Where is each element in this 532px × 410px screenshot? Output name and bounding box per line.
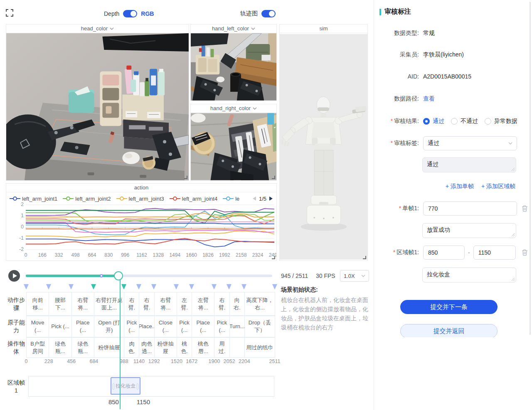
table-cell: Pick (... — [177, 316, 192, 337]
frame-scale-label: 2511 — [266, 358, 284, 364]
right-panel-scrollbar[interactable] — [530, 2, 531, 335]
table-cell: 桃色. — [177, 337, 192, 358]
timeline-slider[interactable] — [26, 275, 272, 277]
x-axis-tick: 2324 — [249, 252, 267, 258]
radio-abnormal[interactable] — [485, 118, 491, 125]
region-segment[interactable]: 拉化妆盒 — [111, 377, 140, 395]
radio-pass-label[interactable]: 通过 — [433, 118, 444, 125]
collector-label: 采集员: — [374, 51, 419, 59]
frame-marker[interactable] — [46, 284, 51, 290]
steps-row-label: 原子能力 — [7, 319, 25, 334]
frame-marker[interactable] — [136, 284, 141, 290]
head-camera-title[interactable]: head_color — [6, 25, 189, 33]
single-frame-input[interactable]: 770 — [423, 201, 517, 216]
frame-marker[interactable] — [91, 284, 96, 290]
single-frame-dot[interactable] — [100, 274, 103, 277]
review-result-row: *审核结果: 通过 不通过 异常数据 — [374, 118, 532, 125]
resize-corner-icon[interactable] — [363, 256, 366, 259]
trajectory-toggle[interactable] — [261, 10, 276, 17]
region-segment-right-handle[interactable] — [137, 383, 138, 390]
resize-corner-icon[interactable] — [184, 176, 187, 179]
table-cell: 绿色瓶... — [49, 337, 71, 358]
scene-initial-state-title: 场景初始状态: — [281, 286, 371, 294]
resize-corner-icon[interactable] — [272, 176, 275, 179]
playback-speed-select[interactable]: 1.0X — [340, 270, 369, 282]
required-mark: * — [391, 140, 393, 146]
fullscreen-icon[interactable] — [6, 9, 13, 17]
frame-marker[interactable] — [241, 284, 246, 290]
fps-label: 30 FPS — [316, 273, 335, 279]
table-cell: 右臂将... — [154, 292, 177, 316]
timeline-slider-fill — [26, 275, 118, 277]
add-single-frame-button[interactable]: + 添加单帧 — [446, 183, 474, 190]
delete-region-frame-icon[interactable] — [522, 249, 528, 256]
delete-single-frame-icon[interactable] — [522, 205, 528, 212]
action-chart-title-text: action — [134, 184, 149, 192]
range-separator: - — [468, 249, 470, 256]
table-cell: 肉色. — [124, 337, 139, 358]
legend-prev-icon[interactable] — [252, 196, 256, 201]
y-axis-tick: 1 — [15, 213, 24, 219]
sim-view — [280, 33, 367, 260]
single-frame-label: *单帧1: — [374, 205, 419, 212]
table-cell: Place (... — [71, 316, 94, 337]
hand-right-camera-image — [191, 113, 276, 180]
resize-grip-icon[interactable] — [511, 277, 515, 281]
table-cell: Pick (... — [49, 316, 71, 337]
frame-marker[interactable] — [227, 284, 232, 290]
frame-marker[interactable] — [69, 284, 74, 290]
add-region-frame-button[interactable]: + 添加区域帧 — [481, 183, 515, 190]
radio-pass[interactable] — [423, 118, 430, 125]
region-track[interactable]: 拉化妆盒 — [28, 376, 274, 397]
table-cell: 向右. — [229, 292, 245, 316]
frame-marker[interactable] — [24, 284, 29, 290]
frame-marker[interactable] — [121, 284, 126, 290]
legend-item[interactable]: left_arm_joint1 — [10, 196, 57, 202]
y-axis-tick: 0 — [15, 224, 24, 230]
region-segment-left-handle[interactable] — [113, 383, 114, 390]
resize-grip-icon[interactable] — [511, 167, 515, 171]
hand-right-camera-scene — [191, 113, 276, 180]
review-tag-select[interactable]: 通过 — [423, 136, 517, 150]
radio-fail[interactable] — [451, 118, 458, 125]
frame-marker[interactable] — [189, 284, 194, 290]
review-tag-note[interactable]: 通过 — [422, 157, 516, 172]
frame-marker[interactable] — [212, 284, 217, 290]
table-cell: 肉色透... — [139, 337, 154, 358]
hand-right-camera-title[interactable]: hand_right_color — [191, 104, 276, 113]
hand-left-camera-title[interactable]: hand_left_color — [191, 25, 276, 33]
frame-scale-label: 2204 — [235, 358, 254, 364]
legend-item[interactable]: left_arm_joint4 — [170, 196, 217, 202]
radio-fail-label[interactable]: 不通过 — [461, 118, 478, 125]
frame-scale-label: 228 — [39, 358, 58, 364]
depth-rgb-toggle[interactable] — [123, 10, 137, 17]
table-cell: 高度下降，右... — [244, 292, 275, 316]
single-frame-note[interactable]: 放置成功 — [422, 223, 516, 238]
legend-line-icon — [223, 196, 234, 201]
table-cell: 右臂. — [124, 292, 139, 316]
play-button[interactable] — [8, 270, 20, 282]
region-end-input[interactable]: 1150 — [473, 246, 516, 260]
legend-item[interactable]: left_arm_joint2 — [63, 196, 111, 202]
timeline-slider-handle[interactable] — [114, 271, 123, 280]
data-path-view-link[interactable]: 查看 — [423, 95, 435, 103]
region-frame-note[interactable]: 拉化妆盒 — [422, 268, 516, 282]
resize-grip-icon[interactable] — [511, 233, 515, 237]
region-frame-label: *区域帧1: — [374, 249, 419, 256]
frame-marker[interactable] — [272, 284, 277, 290]
submit-return-button[interactable]: 提交并返回 — [400, 324, 498, 337]
playback-speed-value: 1.0X — [344, 273, 355, 279]
legend-item[interactable]: le — [223, 196, 239, 202]
region-start-label: 850 — [101, 398, 126, 405]
radio-abnormal-label[interactable]: 异常数据 — [494, 118, 517, 125]
submit-next-button[interactable]: 提交并下一条 — [400, 300, 498, 314]
x-axis-tick: 996 — [116, 252, 134, 258]
resize-corner-icon[interactable] — [272, 256, 275, 259]
legend-item[interactable]: left_arm_joint3 — [116, 196, 164, 202]
frame-marker[interactable] — [151, 284, 156, 290]
frame-scale-label: 1292 — [145, 358, 163, 364]
legend-next-icon[interactable] — [269, 196, 273, 201]
legend-line-icon — [170, 196, 180, 201]
frame-marker[interactable] — [174, 284, 179, 290]
region-start-input[interactable]: 850 — [423, 246, 465, 260]
